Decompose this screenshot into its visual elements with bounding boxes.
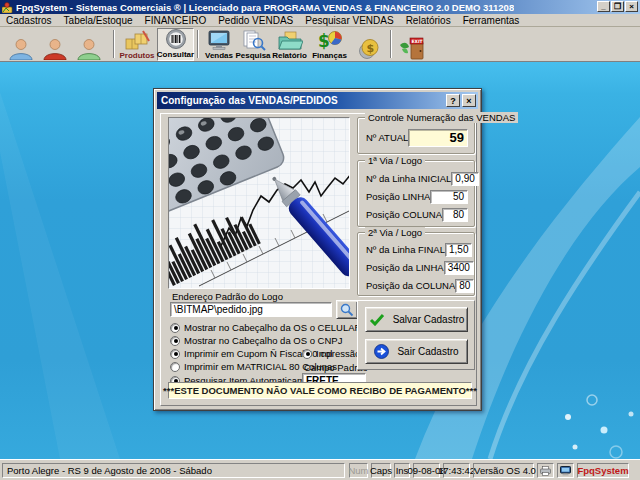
dialog-title: Configuração das VENDAS/PEDIDOS [161,95,338,106]
application-window: FpqSystem - Sistemas Comerciais ® | Lice… [0,0,640,480]
group-via1: 1ª Via / Logo Nº da Linha INICIAL 0,90 P… [357,160,475,227]
finance-photo [168,117,350,289]
svg-text:$: $ [367,42,375,55]
menu-tabela-estoque[interactable]: Tabela/Estoque [58,15,139,26]
finance-icon: $ [317,30,343,51]
sair-cadastro-label: Sair Cadastro [397,346,458,357]
posicao-linha-label: Posição LINHA [366,191,430,202]
numero-atual-field[interactable]: 59 [408,129,468,147]
posicao-coluna-label: Posição COLUNA [366,209,442,220]
logo-path-label: Endereço Padrão do Logo [172,291,283,302]
status-caps: Caps [371,463,391,478]
radio-celular[interactable] [170,323,180,333]
person-blue-icon [8,38,34,60]
toolbar-financas-label: Finanças [312,51,347,60]
radio-cnpj[interactable] [170,336,180,346]
toolbar-consultar-button[interactable]: Consultar [157,28,194,61]
exit-sign-text: EXIT [412,39,423,44]
toolbar-relatorio-button[interactable]: Relatório [271,28,308,61]
magnifier-icon [340,303,354,317]
toolbar-consultar-label: Consultar [157,50,194,59]
wallpaper-bubbles [565,395,634,458]
config-vendas-dialog: Configuração das VENDAS/PEDIDOS ? × [153,88,482,411]
minimize-button[interactable]: _ [597,1,610,12]
person-green-icon [76,38,102,60]
salvar-cadastro-button[interactable]: Salvar Cadastro [365,307,468,332]
window-titlebar: FpqSystem - Sistemas Comerciais ® | Lice… [0,0,640,14]
menu-financeiro[interactable]: FINANCEIRO [139,15,213,26]
toolbar-separator [197,30,199,58]
toolbar-pesquisa-label: Pesquisa [235,51,270,60]
restore-button[interactable]: ❐ [611,1,624,12]
posicao-da-linha-field[interactable]: 3400 [444,261,474,275]
check-icon [369,313,385,326]
app-icon [2,2,13,13]
printer-icon [540,466,551,476]
group-controle-numeracao: Controle Numeração das VENDAS Nº ATUAL 5… [357,117,475,154]
monitor-icon [206,30,232,51]
window-title: FpqSystem - Sistemas Comerciais ® | Lice… [16,2,514,13]
atual-label: Nº ATUAL [366,132,408,143]
monitor-small-icon [560,466,571,476]
status-network-panel[interactable] [557,463,574,478]
dialog-help-button[interactable]: ? [446,94,460,107]
barcode-icon [164,29,188,50]
dialog-titlebar[interactable]: Configuração das VENDAS/PEDIDOS ? × [157,92,478,109]
toolbar-cliente-verde-button[interactable] [72,28,106,61]
search-documents-icon [240,30,266,51]
status-location: Porto Alegre - RS 9 de Agosto de 2008 - … [2,463,345,478]
status-printer-panel[interactable] [537,463,554,478]
person-red-icon [42,38,68,60]
group-via1-title: 1ª Via / Logo [365,155,425,166]
toolbar-separator [113,30,115,58]
toolbar-cliente-vermelho-button[interactable] [38,28,72,61]
posicao-da-linha-label: Posição da LINHA [366,262,444,273]
menu-pesquisar-vendas[interactable]: Pesquisar VENDAS [299,15,399,26]
sair-cadastro-button[interactable]: Sair Cadastro [365,339,468,364]
posicao-linha-field[interactable]: 50 [430,190,468,204]
coin-icon: $ [356,38,382,60]
menu-relatorios[interactable]: Relatórios [400,15,457,26]
logo-path-input[interactable]: \BITMAP\pedido.jpg [170,302,332,317]
toolbar-relatorio-label: Relatório [272,51,307,60]
radio-cupom-fiscal[interactable] [170,349,180,359]
toolbar-cliente-azul-button[interactable] [4,28,38,61]
dialog-close-button[interactable]: × [462,94,476,107]
toolbar-financas-button[interactable]: $ Finanças [311,28,348,61]
exit-door-icon: EXIT [398,37,428,60]
logo-search-button[interactable] [336,300,358,319]
toolbar-vendas-label: Vendas [205,51,233,60]
option-celular[interactable]: Mostrar no Cabeçalho da OS o CELULAR [170,322,361,333]
toolbar-pesquisa-button[interactable]: Pesquisa [236,28,270,61]
toolbar-produtos-button[interactable]: Produtos [120,28,154,61]
option-cnpj[interactable]: Mostrar no Cabeçalho da OS o CNPJ [170,335,342,346]
toolbar-vendas-button[interactable]: Vendas [202,28,236,61]
folder-report-icon [277,30,303,51]
document-notice: ***ESTE DOCUMENTO NÃO VALE COMO RECIBO D… [168,382,472,399]
radio-impressao-tela[interactable] [302,349,312,359]
svg-text:$: $ [318,31,330,51]
toolbar-moeda-button[interactable]: $ [352,28,386,61]
status-version: Versão OS 4.0 [473,463,534,478]
group-controle-title: Controle Numeração das VENDAS [365,112,518,123]
linha-inicial-label: Nº da Linha INICIAL [366,173,451,184]
posicao-da-coluna-label: Posição da COLUNA [366,280,455,291]
linha-final-field[interactable]: 1,50 [445,243,472,257]
menu-pedido-vendas[interactable]: Pedido VENDAS [212,15,299,26]
status-brand: FpqSystem [577,463,629,478]
toolbar-produtos-label: Produtos [119,51,154,60]
close-button[interactable]: × [625,1,638,12]
toolbar-sair-button[interactable]: EXIT [396,28,430,61]
toolbar-separator [390,30,392,58]
group-via2-title: 2ª Via / Logo [365,227,425,238]
menu-ferramentas[interactable]: Ferramentas [457,15,526,26]
boxes-icon [124,30,150,51]
posicao-coluna-field[interactable]: 80 [442,208,468,222]
menu-bar: Cadastros Tabela/Estoque FINANCEIRO Pedi… [0,14,640,27]
radio-matricial[interactable] [170,362,180,372]
status-date: 09-08-08 [413,463,440,478]
posicao-da-coluna-field[interactable]: 80 [455,279,474,293]
linha-inicial-field[interactable]: 0,90 [451,172,478,186]
group-via2: 2ª Via / Logo Nº da Linha FINAL 1,50 Pos… [357,232,475,296]
menu-cadastros[interactable]: Cadastros [0,15,58,26]
